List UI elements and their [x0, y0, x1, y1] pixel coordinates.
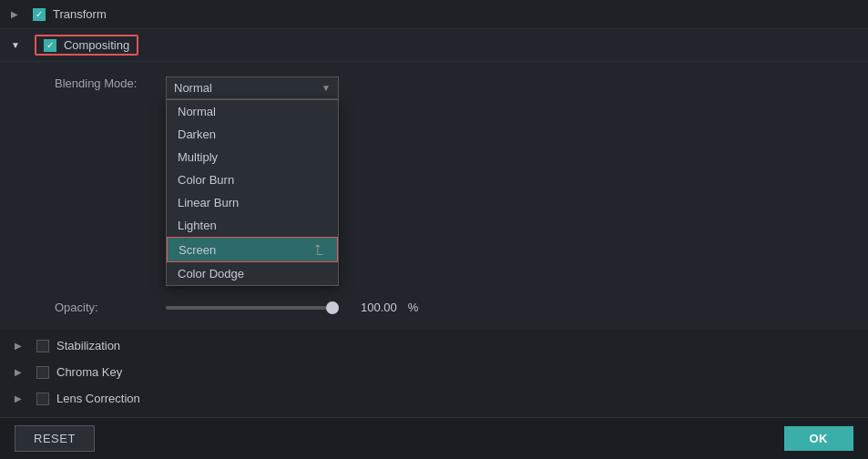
blend-option-lighten[interactable]: Lighten [167, 214, 338, 237]
blend-option-label: Color Burn [178, 173, 234, 187]
blend-mode-dropdown[interactable]: Normal ▼ Normal Darken Multiply Color [166, 76, 339, 286]
blend-option-label: Color Dodge [178, 267, 244, 280]
stabilization-section[interactable]: ▶ Stabilization [0, 332, 868, 359]
blend-option-color-dodge[interactable]: Color Dodge [167, 262, 338, 285]
chroma-key-label: Chroma Key [56, 365, 122, 379]
stabilization-chevron[interactable]: ▶ [15, 341, 22, 351]
blend-option-normal[interactable]: Normal [167, 100, 338, 123]
blend-selected-value[interactable]: Normal ▼ [166, 76, 339, 99]
opacity-value: 100.00 [361, 301, 397, 314]
footer: RESET OK [0, 417, 868, 459]
transform-checkbox[interactable] [33, 8, 46, 21]
blend-option-label: Normal [178, 105, 216, 118]
chroma-key-checkbox[interactable] [36, 366, 49, 379]
transform-chevron[interactable]: ▶ [11, 9, 18, 19]
opacity-label: Opacity: [55, 301, 155, 314]
blend-option-label: Darken [178, 128, 216, 141]
collapsed-sections: ▶ Stabilization ▶ Chroma Key ▶ Lens Corr… [0, 329, 868, 417]
blend-mode-value: Normal [174, 81, 212, 95]
opacity-unit: % [408, 301, 419, 314]
stabilization-label: Stabilization [56, 339, 120, 352]
chroma-key-section[interactable]: ▶ Chroma Key [0, 359, 868, 385]
blend-option-color-burn[interactable]: Color Burn [167, 168, 338, 191]
transform-section[interactable]: ▶ Transform [0, 0, 868, 29]
cursor-icon: ⮤ [313, 242, 326, 257]
lens-correction-label: Lens Correction [56, 392, 140, 405]
blend-option-multiply[interactable]: Multiply [167, 146, 338, 168]
lens-correction-section[interactable]: ▶ Lens Correction [0, 385, 868, 412]
lens-correction-checkbox[interactable] [36, 393, 49, 405]
compositing-label: Compositing [64, 38, 129, 52]
opacity-slider-container [166, 306, 339, 310]
chevron-down-icon: ▼ [322, 83, 331, 93]
compositing-highlighted-box: Compositing [35, 35, 138, 56]
opacity-row: Opacity: 100.00 % [0, 295, 868, 320]
blend-option-label: Lighten [178, 219, 217, 232]
blend-option-linear-burn[interactable]: Linear Burn [167, 191, 338, 214]
lens-correction-chevron[interactable]: ▶ [15, 393, 22, 403]
blend-option-label: Multiply [178, 150, 218, 164]
compositing-checkbox[interactable] [44, 39, 56, 52]
chroma-key-chevron[interactable]: ▶ [15, 367, 22, 377]
main-content: ▶ Transform ▼ Compositing Blending Mode:… [0, 0, 868, 417]
compositing-section-header[interactable]: ▼ Compositing [0, 29, 868, 62]
blend-option-darken[interactable]: Darken [167, 123, 338, 146]
blend-option-label: Screen [179, 243, 216, 257]
blend-option-label: Linear Burn [178, 196, 239, 209]
ok-button[interactable]: OK [784, 426, 854, 451]
blending-mode-label: Blending Mode: [55, 76, 155, 90]
blend-dropdown-menu: Normal Darken Multiply Color Burn Linear… [166, 99, 339, 286]
compositing-panel: Blending Mode: Normal ▼ Normal Darken Mu… [0, 62, 868, 329]
blend-option-screen[interactable]: Screen ⮤ [167, 237, 338, 262]
opacity-slider[interactable] [166, 306, 339, 310]
compositing-chevron[interactable]: ▼ [11, 40, 20, 50]
stabilization-checkbox[interactable] [36, 340, 49, 352]
transform-label: Transform [53, 7, 107, 21]
blending-mode-row: Blending Mode: Normal ▼ Normal Darken Mu… [0, 71, 868, 291]
reset-button[interactable]: RESET [15, 425, 95, 452]
